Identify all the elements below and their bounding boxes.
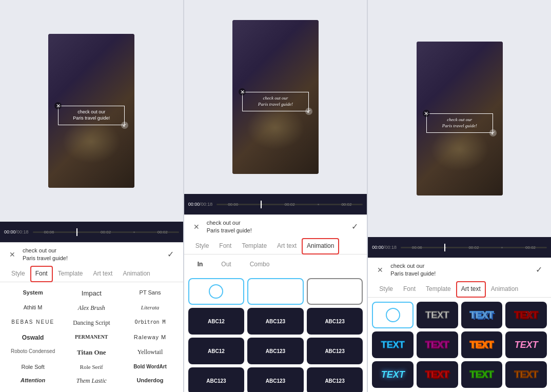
- close-button-3[interactable]: ✕: [374, 264, 386, 276]
- art-cell-2[interactable]: TEXT: [461, 302, 503, 328]
- anim-cell-9[interactable]: ABC123: [307, 367, 363, 392]
- tab-template-1[interactable]: Template: [53, 266, 88, 282]
- font-item-system[interactable]: System: [4, 286, 62, 300]
- tab-font-1[interactable]: Font: [30, 266, 53, 282]
- subtab-out[interactable]: Out: [214, 259, 238, 270]
- tab-style-1[interactable]: Style: [6, 266, 30, 282]
- font-item-ptsans[interactable]: PT Sans: [121, 286, 179, 300]
- font-item-literata[interactable]: Literata: [121, 301, 179, 315]
- anim-cell-7[interactable]: ABC123: [188, 367, 245, 392]
- tab-style-2[interactable]: Style: [190, 238, 214, 254]
- anim-cell-3[interactable]: ABC123: [307, 308, 363, 335]
- font-item-boldword[interactable]: Bold WordArt: [121, 361, 179, 373]
- font-item-roboto[interactable]: Roboto Condensed: [4, 345, 62, 360]
- anim-cell-1[interactable]: ABC12: [188, 308, 245, 335]
- tab-template-2[interactable]: Template: [237, 238, 272, 254]
- font-item-alex[interactable]: Alex Brush: [63, 301, 120, 315]
- timeline-track-1[interactable]: 00:06 00:02 00:02: [33, 231, 179, 233]
- preview-line1-2: check out our: [207, 219, 345, 226]
- anim-sub-tabs: In Out Combo: [184, 254, 367, 274]
- subtab-in[interactable]: In: [190, 259, 210, 270]
- tab-animation-3[interactable]: Animation: [486, 281, 523, 298]
- font-item-underdog[interactable]: Underdog: [121, 374, 179, 388]
- art-text-3: TEXT: [515, 310, 538, 321]
- art-cell-empty[interactable]: [372, 302, 414, 328]
- font-item-yellowtail[interactable]: Yellowtail: [121, 345, 179, 360]
- confirm-button-2[interactable]: ✓: [348, 221, 361, 233]
- anim-cell-8[interactable]: ABC123: [247, 367, 304, 392]
- font-item-dancing[interactable]: Dancing Script: [63, 316, 120, 330]
- preview-area-3: ✕ check out our Paris travel guide! ↙: [368, 0, 551, 237]
- timeline-1: 00:00/00:18 00:06 00:02 00:02: [0, 222, 183, 242]
- art-cell-10[interactable]: TEXT: [461, 361, 503, 388]
- font-item-permanent[interactable]: PERMANENT: [63, 331, 120, 344]
- no-art-icon: [386, 308, 400, 322]
- anim-cell-6[interactable]: ABC123: [307, 338, 363, 364]
- bottom-panel-2: ✕ check out our Paris travel guide! ✓ St…: [184, 214, 367, 392]
- art-cell-6[interactable]: TEXT: [461, 331, 503, 358]
- close-button-1[interactable]: ✕: [6, 248, 18, 261]
- tab-animation-2[interactable]: Animation: [302, 238, 339, 254]
- art-cell-5[interactable]: TEXT: [417, 331, 458, 358]
- arttext-panel: ✕ check out our Paris travel guide! ↙ 00…: [368, 0, 551, 392]
- font-item-impact[interactable]: Impact: [63, 286, 120, 300]
- overlay-close-2[interactable]: ✕: [239, 88, 246, 95]
- tab-font-3[interactable]: Font: [398, 281, 421, 298]
- timeline-marker-1: [76, 228, 77, 236]
- art-cell-11[interactable]: TEXT: [505, 361, 547, 388]
- art-cell-4[interactable]: TEXT: [372, 331, 414, 358]
- font-item-athiti[interactable]: Athiti M: [4, 301, 62, 315]
- anim-cell-empty[interactable]: [188, 278, 245, 305]
- font-item-oswald[interactable]: Oswald: [4, 331, 62, 344]
- confirm-button-1[interactable]: ✓: [165, 248, 177, 261]
- art-text-1: TEXT: [425, 310, 449, 321]
- anim-cell-yourtitle1[interactable]: YOUR TitLeHERE: [247, 278, 304, 305]
- dot: [501, 247, 503, 248]
- font-item-rolesoft[interactable]: Role Soft: [4, 361, 62, 373]
- art-cell-1[interactable]: TEXT: [417, 302, 458, 328]
- tabs-row-1: Style Font Template Art text Animation: [0, 266, 183, 282]
- text-overlay-3[interactable]: ✕ check out our Paris travel guide! ↙: [426, 113, 493, 132]
- text-edit-header-1: ✕ check out our Paris travel guide! ✓: [0, 243, 183, 266]
- text-preview-1: check out our Paris travel guide!: [23, 247, 161, 262]
- font-item-bebas[interactable]: BEBAS NEUE: [4, 316, 62, 330]
- font-item-orbitron[interactable]: Orbitron M: [121, 316, 179, 330]
- anim-cell-yourtitle2[interactable]: YOUR TITLE HERE: [307, 278, 363, 305]
- timeline-dots-3: 00:06 00:02 00:02: [401, 247, 547, 248]
- art-cell-3[interactable]: TEXT: [505, 302, 547, 328]
- close-button-2[interactable]: ✕: [190, 221, 203, 233]
- preview-line1: check out our: [23, 247, 161, 254]
- art-cell-9[interactable]: TEXT: [417, 361, 458, 388]
- overlay-close-1[interactable]: ✕: [54, 102, 62, 109]
- tab-font-2[interactable]: Font: [214, 238, 237, 254]
- timeline-track-3[interactable]: 00:06 00:02 00:02: [401, 247, 547, 248]
- subtab-combo[interactable]: Combo: [243, 259, 277, 270]
- tabs-row-2: Style Font Template Art text Animation: [184, 238, 367, 254]
- overlay-close-3[interactable]: ✕: [423, 110, 430, 117]
- time-display-3: 00:00/00:18: [372, 245, 397, 250]
- font-item-roleserif[interactable]: Role Serif: [63, 361, 120, 373]
- art-text-11: TEXT: [515, 369, 538, 380]
- text-overlay-2[interactable]: ✕ check out our Paris travel guide! ↙: [242, 92, 309, 111]
- confirm-button-3[interactable]: ✓: [533, 264, 545, 276]
- tab-animation-1[interactable]: Animation: [117, 266, 155, 282]
- font-item-themlastic[interactable]: Them Lastic: [63, 374, 120, 388]
- preview-area-1: ✕ check out our Paris travel guide! ↙: [0, 0, 183, 222]
- anim-cell-5[interactable]: ABC123: [247, 338, 304, 364]
- tab-template-3[interactable]: Template: [421, 281, 456, 298]
- font-item-attention[interactable]: Attention: [4, 374, 62, 388]
- tab-arttext-3[interactable]: Art text: [456, 281, 486, 298]
- anim-cell-4[interactable]: ABC12: [188, 338, 245, 364]
- anim-cell-2[interactable]: ABC123: [247, 308, 304, 335]
- art-cell-7[interactable]: TEXT: [505, 331, 547, 358]
- font-item-raleway[interactable]: Raleway M: [121, 331, 179, 344]
- text-overlay-1[interactable]: ✕ check out our Paris travel guide! ↙: [58, 106, 125, 125]
- tab-style-3[interactable]: Style: [374, 281, 398, 298]
- tab-arttext-2[interactable]: Art text: [272, 238, 302, 254]
- time-display-2: 00:00/00:18: [188, 202, 213, 207]
- art-cell-8[interactable]: TEXT: [372, 361, 414, 388]
- font-item-titan[interactable]: Titan One: [63, 345, 120, 360]
- tab-arttext-1[interactable]: Art text: [88, 266, 117, 282]
- video-frame-2: ✕ check out our Paris travel guide! ↙: [232, 20, 319, 174]
- timeline-track-2[interactable]: 00:00 00:02 00:02: [217, 204, 363, 205]
